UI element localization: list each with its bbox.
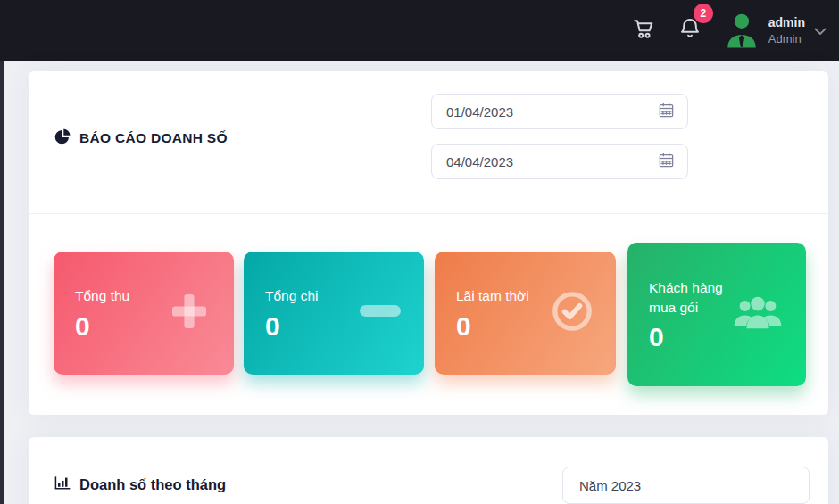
stat-card-lai-tam-thoi: Lãi tạm thời 0: [435, 252, 616, 375]
avatar: [726, 12, 758, 49]
left-edge-strip: [0, 61, 4, 504]
stat-label: Tổng thu: [75, 286, 129, 306]
report-header: BÁO CÁO DOANH SỐ 01/04/2023: [29, 71, 828, 213]
date-from-value: 01/04/2023: [446, 104, 513, 120]
chevron-down-icon: [814, 23, 827, 39]
stat-value: 0: [265, 313, 318, 340]
monthly-sales-title: Doanh số theo tháng: [79, 476, 226, 493]
header-divider: [29, 213, 828, 214]
cart-button[interactable]: [624, 11, 663, 50]
year-select-value: Năm 2023: [579, 478, 641, 493]
users-icon: [733, 293, 783, 336]
stat-value: 0: [649, 324, 733, 351]
stat-label: Khách hàng mua gói: [649, 278, 733, 318]
calendar-icon[interactable]: [658, 102, 675, 122]
user-role: Admin: [768, 31, 805, 47]
stat-card-tong-chi: Tổng chi 0: [244, 252, 424, 375]
check-circle-icon: [552, 291, 593, 335]
sales-report-panel: BÁO CÁO DOANH SỐ 01/04/2023: [29, 71, 828, 415]
calendar-icon[interactable]: [658, 152, 675, 172]
bar-chart-icon: [54, 474, 71, 495]
monthly-sales-panel: Doanh số theo tháng Năm 2023: [29, 437, 828, 504]
stat-card-tong-thu: Tổng thu 0: [54, 252, 234, 375]
stat-label: Tổng chi: [265, 286, 318, 306]
year-select[interactable]: Năm 2023: [562, 467, 810, 504]
date-from-input[interactable]: 01/04/2023: [431, 94, 688, 129]
shopping-cart-icon: [631, 16, 656, 45]
username: admin: [768, 14, 805, 31]
stat-card-khach-hang: Khách hàng mua gói 0: [627, 243, 806, 386]
stat-value: 0: [75, 313, 129, 340]
top-navbar: 2 admin Admin: [0, 0, 839, 61]
pie-chart-icon: [54, 128, 71, 149]
notification-badge: 2: [694, 4, 713, 23]
minus-icon: [360, 305, 401, 321]
dashboard-page: 2 admin Admin: [0, 0, 839, 504]
date-to-input[interactable]: 04/04/2023: [431, 144, 688, 179]
plus-icon: [168, 290, 211, 336]
stat-label: Lãi tạm thời: [456, 286, 529, 306]
report-title: BÁO CÁO DOANH SỐ: [79, 130, 228, 146]
date-to-value: 04/04/2023: [446, 154, 513, 169]
notifications-button[interactable]: 2: [670, 11, 710, 50]
stat-value: 0: [456, 313, 529, 340]
user-menu[interactable]: admin Admin: [726, 12, 827, 49]
